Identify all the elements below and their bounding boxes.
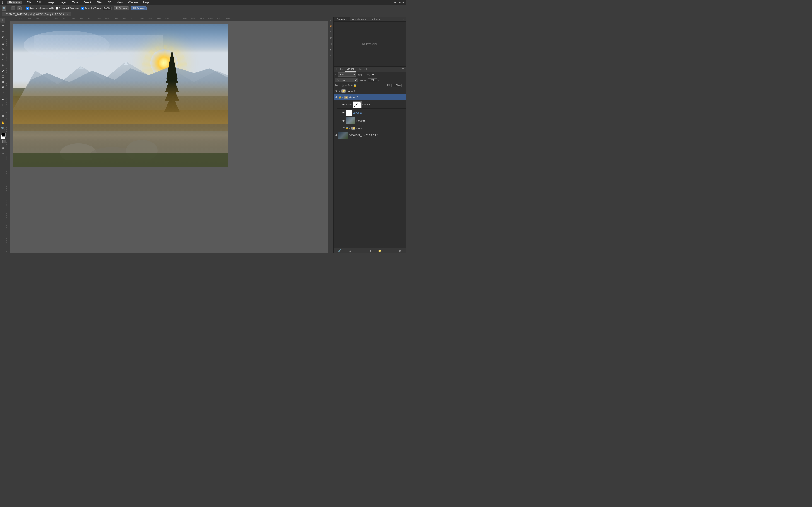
filter-kind-select[interactable]: Kind — [338, 72, 356, 76]
curves3-chain-icon[interactable]: ⊗ — [350, 103, 352, 106]
menu-photoshop[interactable]: Photoshop — [7, 1, 22, 4]
add-style-button[interactable]: fx — [348, 248, 352, 253]
canvas-image[interactable] — [13, 23, 228, 167]
foreground-color[interactable] — [2, 133, 6, 137]
quick-select-tool[interactable]: ⊙ — [0, 34, 5, 39]
lock-image-icon[interactable]: ✏ — [345, 84, 347, 87]
lock-transparent-icon[interactable]: ◫ — [342, 84, 344, 87]
visibility-group8[interactable]: 👁 — [335, 96, 338, 99]
scrubby-zoom-checkbox[interactable]: Scrubby Zoom — [81, 7, 101, 10]
menu-layer[interactable]: Layer — [59, 1, 67, 4]
zoom-all-checkbox[interactable]: Zoom All Windows — [56, 7, 80, 10]
layer-group5[interactable]: 👁 ▶ 📁 Group 5 — [334, 88, 406, 94]
visibility-bottom[interactable]: 👁 — [335, 133, 338, 137]
zoom-level-input[interactable]: 100% — [103, 7, 112, 10]
tab-properties[interactable]: Properties — [334, 17, 350, 21]
crop-tool[interactable]: ⊡ — [0, 41, 5, 46]
layers-list[interactable]: 👁 ▶ 📁 Group 5 👁 🔒 ▼ 📁 Group 8 👁 ⊞ — [334, 88, 406, 247]
paragraph-icon[interactable]: ¶ — [328, 47, 333, 52]
curves3-clip-icon[interactable]: ▭ — [348, 103, 350, 106]
expand-group5[interactable]: ▶ — [338, 90, 342, 93]
scrubby-zoom-input[interactable] — [81, 7, 84, 9]
lock-artboard-icon[interactable]: ⊞ — [351, 84, 353, 87]
gradient-tool[interactable]: ▦ — [0, 79, 5, 84]
pen-tool[interactable]: ✒ — [0, 97, 5, 102]
layers-panel-menu[interactable]: ☰ — [401, 68, 405, 70]
path-select-tool[interactable]: ↖ — [0, 108, 5, 113]
new-adjustment-button[interactable]: ◑ — [367, 248, 372, 253]
visibility-layer10[interactable]: 👁 — [342, 111, 346, 115]
info-icon[interactable]: ℹ — [328, 30, 333, 35]
menu-edit[interactable]: Edit — [36, 1, 42, 4]
delete-layer-button[interactable]: 🗑 — [398, 248, 402, 253]
properties-icon[interactable]: ✦ — [328, 18, 333, 23]
tab-layers[interactable]: Layers — [345, 66, 356, 71]
menu-window[interactable]: Window — [127, 1, 139, 4]
visibility-layer9[interactable]: 👁 — [342, 119, 346, 123]
type-tool[interactable]: T — [0, 102, 5, 107]
fit-screen-button[interactable]: Fit Screen — [113, 6, 129, 10]
visibility-group5[interactable]: 👁 — [335, 89, 338, 93]
curves3-link-icon[interactable]: ⊞ — [346, 103, 347, 106]
filter-smart-icon[interactable]: ◎ — [368, 73, 371, 76]
tab-paths[interactable]: Paths — [335, 67, 345, 71]
healing-tool[interactable]: ⊕ — [0, 52, 5, 57]
expand-group7[interactable]: ▶ — [348, 126, 351, 130]
apple-menu[interactable]:  — [2, 1, 3, 4]
layer-10[interactable]: 👁 Layer 10 — [337, 109, 406, 117]
canvas-viewport[interactable] — [10, 21, 327, 253]
menu-3d[interactable]: 3D — [107, 1, 112, 4]
add-mask-button[interactable]: ◫ — [358, 248, 362, 253]
layer-bottom[interactable]: 👁 20161029_144615-2.CR2 — [334, 131, 406, 139]
character-icon[interactable]: A — [328, 53, 333, 58]
layer-group7[interactable]: 👁 🔒 ▶ 📁 Group 7 — [337, 125, 406, 131]
filter-adj-icon[interactable]: ◑ — [360, 73, 362, 76]
move-tool[interactable]: ✛ — [0, 18, 5, 23]
frame-tool[interactable]: ⊟ — [0, 151, 5, 156]
menu-view[interactable]: View — [116, 1, 123, 4]
zoom-in-button[interactable]: + — [11, 6, 15, 10]
properties-panel-menu[interactable]: ☰ — [401, 18, 406, 20]
fill-input[interactable]: 100% — [392, 83, 402, 87]
brush-tool[interactable]: ✏ — [0, 57, 5, 62]
tab-histogram[interactable]: Histogram — [368, 17, 385, 21]
eraser-tool[interactable]: ◫ — [0, 73, 5, 78]
hand-tool[interactable]: ✋ — [0, 120, 5, 125]
menu-filter[interactable]: Filter — [95, 1, 103, 4]
lasso-tool[interactable]: ⌾ — [0, 29, 5, 34]
visibility-curves3[interactable]: 👁 — [342, 103, 346, 106]
menu-help[interactable]: Help — [142, 1, 150, 4]
quickmask-mode[interactable] — [3, 140, 6, 143]
zoom-tool[interactable]: 🔍 — [0, 126, 5, 130]
artboards-button[interactable]: ⊞ — [0, 145, 5, 150]
fx-icon[interactable]: fx — [328, 35, 333, 40]
visibility-group7[interactable]: 👁 — [342, 126, 346, 130]
lock-all-icon[interactable]: 🔒 — [353, 84, 357, 87]
group8-lock-icon[interactable]: 🔒 — [338, 96, 341, 99]
menu-file[interactable]: File — [26, 1, 32, 4]
filter-pixel-icon[interactable]: ▣ — [357, 73, 360, 76]
blend-mode-select[interactable]: Screen Normal Multiply Overlay — [335, 78, 358, 82]
history-tool[interactable]: ↺ — [0, 68, 5, 73]
tab-adjustments[interactable]: Adjustments — [350, 17, 368, 21]
new-layer-button[interactable]: + — [388, 248, 392, 253]
fill-screen-button[interactable]: Fill Screen — [131, 6, 147, 10]
zoom-tool-options[interactable]: 🔍 — [2, 6, 6, 11]
menu-select[interactable]: Select — [83, 1, 92, 4]
layer-group8[interactable]: 👁 🔒 ▼ 📁 Group 8 — [334, 94, 406, 101]
document-tab[interactable]: 20161029_144720-2.psd @ 48,7% (Group 8, … — [2, 12, 71, 16]
tab-channels[interactable]: Channels — [356, 67, 370, 71]
adjustments-icon[interactable]: ◉ — [328, 23, 333, 29]
expand-group8[interactable]: ▼ — [341, 96, 344, 99]
blur-tool[interactable]: ◉ — [0, 84, 5, 90]
zoom-out-button[interactable]: − — [17, 6, 21, 10]
resize-windows-checkbox[interactable]: Resize Windows to Fit — [26, 7, 54, 10]
ai-icon[interactable]: Ai — [328, 41, 333, 46]
link-layers-button[interactable]: 🔗 — [337, 248, 342, 253]
selection-tool[interactable]: ▭ — [0, 23, 5, 28]
normal-mode[interactable] — [0, 140, 3, 143]
menu-type[interactable]: Type — [71, 1, 79, 4]
zoom-all-input[interactable] — [56, 7, 58, 9]
opacity-input[interactable]: 39% — [368, 78, 377, 82]
filter-type-icon[interactable]: T — [363, 73, 365, 76]
